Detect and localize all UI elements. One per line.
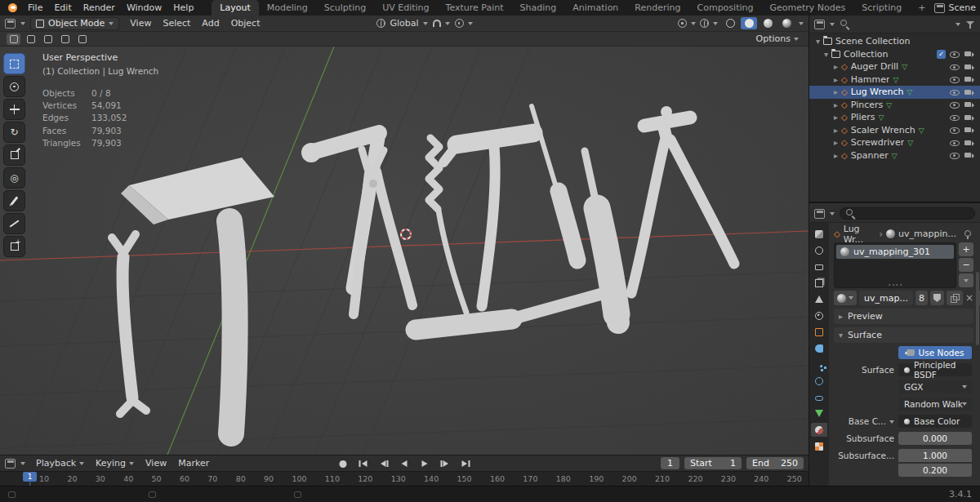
move-tool[interactable] [3,99,25,120]
transform-tool[interactable] [3,167,25,189]
options-dropdown[interactable]: Options [753,33,802,44]
base-color-label[interactable]: Base C... [834,416,894,426]
mode-dropdown[interactable]: Object Mode [30,17,119,30]
timeline-menu-item[interactable]: Playback [30,457,90,469]
area-corner-icon[interactable] [149,491,156,498]
viewport-menu-item[interactable]: Object [225,17,266,29]
disable-render-icon[interactable] [964,74,975,84]
hide-eye-icon[interactable] [949,150,960,160]
tab-constraints[interactable] [811,390,827,404]
auto-key-button[interactable] [336,457,350,470]
expand-arrow-icon[interactable] [834,61,838,72]
shading-rendered[interactable] [778,17,795,29]
shading-wireframe[interactable] [722,17,738,29]
select-mode-subtract[interactable] [41,33,55,45]
material-name-field[interactable]: uv_map... [859,291,913,305]
exclude-checkbox[interactable] [937,50,946,59]
surface-shader-dropdown[interactable]: Principled BSDF [898,363,972,376]
subsurface-radius-x[interactable]: 1.000 [898,449,972,462]
editor-type-icon[interactable] [5,19,16,29]
tab-object-data[interactable] [811,406,827,420]
expand-arrow-icon[interactable] [834,137,838,148]
next-keyframe-button[interactable] [439,457,452,470]
select-mode-invert[interactable] [58,33,72,45]
timeline-menu-item[interactable]: Keying [90,457,140,469]
outliner-object-row[interactable]: Scaler Wrench [809,124,980,137]
workspace-tab[interactable]: + [910,0,933,16]
tab-object[interactable] [811,325,827,339]
chevron-down-icon[interactable] [799,22,804,25]
unlink-material-icon[interactable] [965,293,973,304]
scene-selector[interactable]: Scene [934,2,980,13]
outliner-object-row[interactable]: Spanner [809,149,980,162]
disable-render-icon[interactable] [964,100,975,109]
workspace-tab[interactable]: Rendering [626,0,688,16]
orientation-dropdown[interactable]: Global [376,18,427,29]
outliner-object-row[interactable]: Screwdriver [809,136,980,149]
outliner-editor-icon[interactable] [814,20,825,29]
workspace-tab[interactable]: Geometry Nodes [761,0,853,16]
hide-eye-icon[interactable] [949,138,960,148]
properties-search-input[interactable] [840,207,975,220]
add-cube-tool[interactable] [3,236,25,257]
properties-scrollbar[interactable] [976,272,979,345]
outliner-object-row[interactable]: Hammer [809,73,980,87]
tab-particles[interactable] [811,358,827,371]
chevron-down-icon[interactable] [445,22,450,25]
workspace-tab[interactable]: Texture Paint [438,0,512,16]
tab-render[interactable] [811,243,827,257]
proportional-edit-icon[interactable] [455,19,464,28]
expand-arrow-icon[interactable] [834,74,838,85]
tab-physics[interactable] [811,374,827,388]
scene-collection-row[interactable]: Scene Collection [809,35,980,48]
new-material-button[interactable] [947,291,963,305]
tab-output[interactable] [811,260,827,273]
outliner-object-row[interactable]: Pliers [809,111,980,124]
select-mode-extend[interactable] [24,33,38,45]
shading-solid[interactable] [741,17,757,29]
scale-tool[interactable] [3,144,25,166]
tab-tool[interactable] [811,227,827,241]
hide-eye-icon[interactable] [949,62,960,72]
filter-icon[interactable] [965,20,975,29]
menu-item[interactable]: Window [121,2,167,14]
workspace-tab[interactable]: Compositing [689,0,762,16]
status-splitter-icon[interactable] [8,491,16,498]
disable-render-icon[interactable] [964,49,975,59]
show-gizmo-icon[interactable] [678,19,687,28]
search-icon[interactable] [840,19,850,29]
outliner-object-row[interactable]: Pincers [809,99,980,112]
remove-slot-button[interactable]: − [959,258,973,272]
timeline-menu-item[interactable]: Marker [172,457,215,469]
disable-render-icon[interactable] [964,87,975,97]
overlays-icon[interactable] [700,19,709,28]
tab-world[interactable] [811,309,827,322]
measure-tool[interactable] [3,213,25,234]
fake-user-button[interactable] [930,291,944,305]
annotate-tool[interactable] [3,190,25,211]
blender-logo-icon[interactable] [5,2,18,13]
3d-viewport[interactable]: User Perspective (1) Collection | Lug Wr… [0,47,808,455]
hide-eye-icon[interactable] [949,100,960,109]
menu-item[interactable]: Help [167,2,199,14]
hide-eye-icon[interactable] [949,125,960,135]
collapse-arrow-icon[interactable] [816,36,820,47]
hide-eye-icon[interactable] [949,87,960,97]
collection-row[interactable]: Collection [809,48,980,61]
tab-material[interactable] [811,423,827,437]
tab-texture[interactable] [811,439,827,453]
browse-material-button[interactable] [834,291,857,305]
chevron-down-icon[interactable] [691,22,696,25]
frame-start-field[interactable]: Start 1 [684,457,742,469]
timeline-editor-icon[interactable] [5,459,16,469]
select-mode-intersect[interactable] [75,33,89,45]
expand-arrow-icon[interactable] [834,125,838,135]
frame-end-field[interactable]: End 250 [746,457,804,469]
outliner-object-row[interactable]: Lug Wrench [809,86,980,99]
subsurface-slider[interactable]: 0.000 [898,432,972,445]
add-slot-button[interactable]: + [959,242,973,256]
tab-view-layer[interactable] [811,276,827,290]
workspace-tab[interactable]: Modeling [259,0,316,16]
properties-editor-icon[interactable] [814,209,825,219]
viewport-menu-item[interactable]: Add [196,17,225,29]
